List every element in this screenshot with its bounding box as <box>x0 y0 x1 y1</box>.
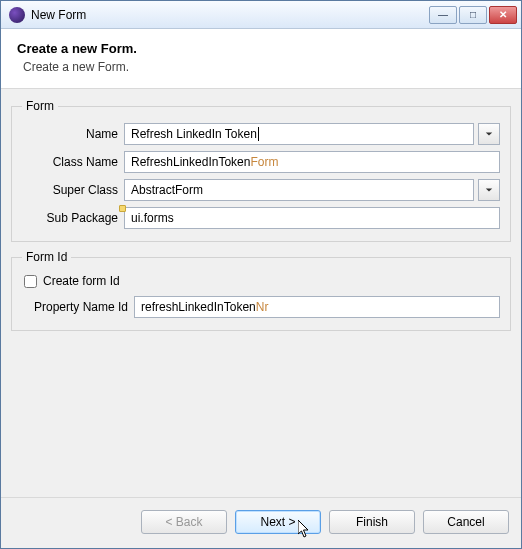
header-title: Create a new Form. <box>17 41 505 56</box>
next-button[interactable]: Next > <box>235 510 321 534</box>
class-name-label: Class Name <box>22 155 124 169</box>
property-name-id-input[interactable]: refreshLinkedInTokenNr <box>134 296 500 318</box>
sub-package-label: Sub Package <box>22 211 124 225</box>
super-class-input[interactable]: AbstractForm <box>124 179 474 201</box>
maximize-button[interactable]: □ <box>459 6 487 24</box>
window-title: New Form <box>31 8 429 22</box>
dialog-window: New Form — □ ✕ Create a new Form. Create… <box>0 0 522 549</box>
form-id-group: Form Id Create form Id Property Name Id … <box>11 250 511 331</box>
class-name-input[interactable]: RefreshLinkedInTokenForm <box>124 151 500 173</box>
dialog-footer: < Back Next > Finish Cancel <box>1 497 521 548</box>
minimize-button[interactable]: — <box>429 6 457 24</box>
create-form-id-label: Create form Id <box>43 274 120 288</box>
name-input[interactable]: Refresh LinkedIn Token <box>124 123 474 145</box>
back-button: < Back <box>141 510 227 534</box>
warning-decorator-icon <box>119 205 126 212</box>
form-group: Form Name Refresh LinkedIn Token Class N… <box>11 99 511 242</box>
titlebar: New Form — □ ✕ <box>1 1 521 29</box>
property-name-id-label: Property Name Id <box>22 300 134 314</box>
dialog-content: Form Name Refresh LinkedIn Token Class N… <box>1 89 521 497</box>
form-id-group-legend: Form Id <box>22 250 71 264</box>
form-group-legend: Form <box>22 99 58 113</box>
mouse-cursor-icon <box>298 520 312 538</box>
super-class-dropdown-button[interactable] <box>478 179 500 201</box>
sub-package-input[interactable]: ui.forms <box>124 207 500 229</box>
dialog-header: Create a new Form. Create a new Form. <box>1 29 521 89</box>
header-description: Create a new Form. <box>17 60 505 74</box>
super-class-label: Super Class <box>22 183 124 197</box>
eclipse-icon <box>9 7 25 23</box>
name-dropdown-button[interactable] <box>478 123 500 145</box>
cancel-button[interactable]: Cancel <box>423 510 509 534</box>
close-button[interactable]: ✕ <box>489 6 517 24</box>
finish-button[interactable]: Finish <box>329 510 415 534</box>
name-label: Name <box>22 127 124 141</box>
create-form-id-checkbox[interactable] <box>24 275 37 288</box>
